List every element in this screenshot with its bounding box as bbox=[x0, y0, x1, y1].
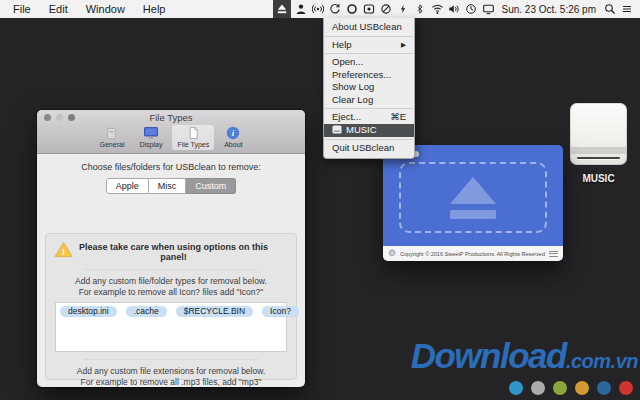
dot bbox=[531, 381, 545, 395]
token-desktop-ini[interactable]: desktop.ini bbox=[60, 306, 117, 317]
sync-icon[interactable] bbox=[329, 0, 342, 18]
toolbar-item-label: General bbox=[100, 140, 125, 149]
display-pref-icon bbox=[143, 126, 159, 140]
folder-instruction-line1: Add any custom file/folder types for rem… bbox=[46, 276, 296, 287]
menu-item-help[interactable]: Help▶ bbox=[324, 39, 414, 52]
extension-instructions: Add any custom file extensions for remov… bbox=[46, 366, 296, 387]
toolbar-item-label: About bbox=[224, 140, 242, 149]
bolt-icon[interactable] bbox=[397, 0, 410, 18]
toolbar-item-display[interactable]: Display bbox=[134, 125, 167, 150]
copyright-text: Copyright © 2016 SweetP Productions. All… bbox=[396, 251, 549, 257]
dot bbox=[575, 381, 589, 395]
radio-waves-icon[interactable] bbox=[312, 0, 325, 18]
menu-item-show-log[interactable]: Show Log bbox=[324, 81, 414, 94]
folder-types-field[interactable]: desktop.ini .cache $RECYCLE.BIN Icon? bbox=[55, 302, 287, 352]
circle-icon[interactable] bbox=[346, 0, 359, 18]
menu-help[interactable]: Help bbox=[134, 0, 175, 18]
warning-text: Please take care when using options on t… bbox=[73, 242, 288, 262]
menu-item-about-usbclean[interactable]: About USBclean bbox=[324, 21, 414, 34]
menu-separator bbox=[325, 36, 413, 37]
menu-item-label: Quit USBclean bbox=[332, 143, 394, 154]
menu-item-preferences[interactable]: Preferences... bbox=[324, 69, 414, 82]
toolbar-item-about[interactable]: i About bbox=[219, 125, 247, 150]
window-content: Choose files/folders for USBclean to rem… bbox=[37, 154, 305, 387]
download-watermark: Download.com.vn bbox=[411, 341, 638, 395]
menu-item-label: Preferences... bbox=[332, 70, 391, 81]
window-title-bar[interactable]: File Types bbox=[37, 110, 305, 124]
menu-item-label: Show Log bbox=[332, 82, 374, 93]
drive-icon bbox=[570, 103, 627, 165]
preferences-toolbar: General Display File Types i About bbox=[37, 124, 305, 154]
menu-item-label: Open... bbox=[332, 57, 363, 68]
dot bbox=[553, 381, 567, 395]
eject-triangle-icon bbox=[450, 177, 496, 204]
notification-center-icon[interactable] bbox=[620, 0, 633, 18]
tab-custom[interactable]: Custom bbox=[186, 178, 236, 194]
eject-window-footer: ⚙ Copyright © 2016 SweetP Productions. A… bbox=[383, 246, 563, 261]
token-recycle-bin[interactable]: $RECYCLE.BIN bbox=[176, 306, 253, 317]
menu-edit[interactable]: Edit bbox=[40, 0, 77, 18]
menu-bar-clock[interactable]: Sun. 23 Oct. 5:26 pm bbox=[499, 4, 600, 15]
menu-window[interactable]: Window bbox=[77, 0, 134, 18]
menu-bar-status-area: Sun. 23 Oct. 5:26 pm bbox=[273, 0, 640, 18]
watermark-dots bbox=[411, 381, 638, 395]
warning-icon: ! bbox=[54, 241, 73, 262]
drive-label: MUSIC bbox=[570, 173, 627, 184]
menu-item-label: Eject... bbox=[332, 112, 361, 123]
menu-item-music-volume[interactable]: MUSIC bbox=[324, 124, 414, 138]
tab-misc[interactable]: Misc bbox=[149, 178, 187, 194]
general-icon bbox=[105, 126, 118, 140]
clock-icon[interactable] bbox=[465, 0, 478, 18]
warning-row: ! Please take care when using options on… bbox=[54, 241, 288, 262]
eject-drop-zone[interactable] bbox=[399, 162, 547, 233]
close-button[interactable] bbox=[44, 114, 51, 121]
token-cache[interactable]: .cache bbox=[126, 306, 167, 317]
toolbar-item-file-types[interactable]: File Types bbox=[172, 125, 214, 150]
watermark-text: Download.com.vn bbox=[411, 341, 638, 376]
toolbar-item-label: Display bbox=[139, 140, 162, 149]
traffic-lights bbox=[44, 114, 75, 121]
bluetooth-icon[interactable] bbox=[414, 0, 427, 18]
eject-icon[interactable] bbox=[273, 0, 291, 18]
panel-separator bbox=[84, 269, 258, 270]
toolbar-item-general[interactable]: General bbox=[95, 125, 130, 150]
menu-file[interactable]: File bbox=[4, 0, 40, 18]
menu-item-label: MUSIC bbox=[346, 125, 377, 136]
drive-icon bbox=[332, 125, 342, 137]
svg-text:!: ! bbox=[62, 246, 65, 257]
menu-list-icon[interactable] bbox=[549, 251, 558, 257]
menu-item-clear-log[interactable]: Clear Log bbox=[324, 94, 414, 107]
menu-bar: File Edit Window Help bbox=[0, 0, 640, 18]
display-icon[interactable] bbox=[482, 0, 495, 18]
spotlight-icon[interactable] bbox=[603, 0, 616, 18]
zoom-button[interactable] bbox=[68, 114, 75, 121]
user-icon[interactable] bbox=[295, 0, 308, 18]
folder-instruction-line2: For example to remove all Icon? files ad… bbox=[46, 287, 296, 298]
watermark-suffix: .com.vn bbox=[566, 350, 638, 372]
usbclean-eject-window: ⚙ Copyright © 2016 SweetP Productions. A… bbox=[383, 145, 563, 261]
extension-instruction-line1: Add any custom file extensions for remov… bbox=[46, 366, 296, 377]
menu-item-quit[interactable]: Quit USBclean bbox=[324, 142, 414, 155]
menu-item-label: Help bbox=[332, 40, 352, 51]
token-icon[interactable]: Icon? bbox=[262, 306, 299, 317]
custom-panel: ! Please take care when using options on… bbox=[45, 233, 297, 380]
desktop-drive-music[interactable]: MUSIC bbox=[570, 103, 627, 184]
dot bbox=[597, 381, 611, 395]
wifi-icon[interactable] bbox=[431, 0, 444, 18]
menu-item-open[interactable]: Open... bbox=[324, 56, 414, 69]
circle-slash-icon[interactable] bbox=[380, 0, 393, 18]
gear-icon[interactable]: ⚙ bbox=[388, 246, 396, 261]
menu-item-shortcut: ⌘E bbox=[390, 112, 406, 123]
menu-item-eject[interactable]: Eject...⌘E bbox=[324, 111, 414, 124]
menu-item-label: Clear Log bbox=[332, 95, 373, 106]
tab-apple[interactable]: Apple bbox=[106, 178, 149, 194]
drive-band bbox=[571, 147, 626, 154]
usbclean-menu: About USBclean Help▶ Open... Preferences… bbox=[323, 18, 415, 159]
panel-separator bbox=[84, 359, 258, 360]
volume-icon[interactable] bbox=[448, 0, 461, 18]
minimize-button[interactable] bbox=[56, 114, 63, 121]
toolbar-item-label: File Types bbox=[177, 140, 209, 149]
menu-separator bbox=[325, 53, 413, 54]
screenshot-icon[interactable] bbox=[363, 0, 376, 18]
watermark-word: Download bbox=[411, 336, 566, 375]
